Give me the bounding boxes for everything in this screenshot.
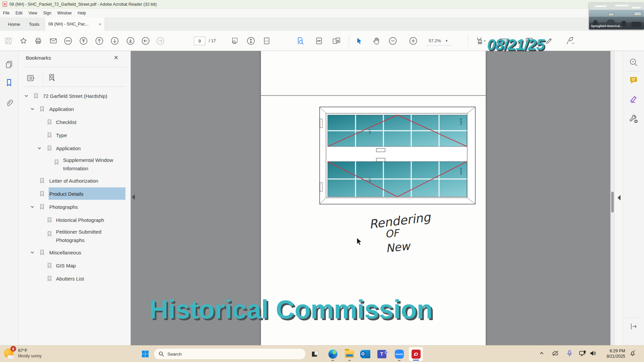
page-fit-options-icon[interactable]	[476, 37, 486, 45]
task-view-button[interactable]	[308, 347, 323, 361]
fit-width-icon[interactable]	[315, 37, 323, 45]
chevron-down-icon[interactable]	[30, 204, 35, 209]
microphone-icon[interactable]	[567, 350, 572, 358]
bookmark-item[interactable]: Supplemental Window Information	[18, 155, 130, 174]
bookmark-label: Miscellaneous	[49, 249, 81, 255]
notification-bell-icon[interactable]: zz	[629, 350, 636, 358]
weather-widget[interactable]: 6 67°F Mostly sunny	[4, 347, 42, 359]
taskbar-clock[interactable]: 6:29 PM 8/21/2025	[606, 348, 625, 360]
taskbar-search[interactable]: Search	[154, 348, 306, 360]
chevron-down-icon[interactable]	[37, 146, 42, 150]
reading-mode-icon[interactable]	[296, 37, 305, 45]
zoom-in-icon[interactable]	[409, 37, 418, 45]
tab-home[interactable]: Home	[5, 17, 23, 31]
bookmark-item[interactable]: Type	[18, 128, 130, 141]
chevron-down-icon[interactable]	[30, 250, 35, 254]
acrobat-button[interactable]	[409, 347, 423, 361]
more-page-options-icon[interactable]	[64, 37, 72, 45]
email-icon[interactable]	[49, 37, 57, 45]
collapse-left-panel-icon[interactable]	[132, 194, 135, 200]
bookmark-item[interactable]: Checklist	[18, 115, 130, 128]
page-thumbnails-icon[interactable]	[5, 60, 13, 70]
bookmark-item[interactable]: Letter of Authorization	[18, 174, 130, 187]
file-explorer-button[interactable]	[342, 347, 357, 361]
onedrive-paused-icon[interactable]	[552, 350, 559, 358]
bookmark-item[interactable]: Petitioner Submitted Photographs	[18, 226, 130, 246]
scrollbar-thumb[interactable]	[611, 192, 614, 213]
menu-sign[interactable]: Sign	[40, 9, 54, 17]
zoom-level-control[interactable]: 57.2% ▼	[426, 36, 452, 46]
pdf-file-icon	[3, 2, 7, 7]
bookmark-icon	[40, 106, 45, 112]
taskbar: 6 67°F Mostly sunny Search	[0, 345, 644, 362]
menu-help[interactable]: Help	[75, 9, 89, 17]
open-pane-icon[interactable]	[630, 322, 638, 332]
actual-size-icon[interactable]: 1:1	[263, 37, 271, 45]
save-icon[interactable]	[4, 37, 12, 45]
marquee-zoom-icon[interactable]	[231, 37, 239, 45]
attachments-icon[interactable]	[5, 99, 13, 109]
bookmark-icon	[47, 276, 52, 281]
volume-icon[interactable]	[590, 350, 596, 358]
next-view-icon[interactable]	[156, 37, 165, 45]
bookmark-item[interactable]: Historical Photograph	[18, 213, 130, 226]
edit-pencil-icon[interactable]	[545, 37, 553, 45]
menu-file[interactable]: File	[0, 9, 12, 17]
bookmarks-options-menu-icon[interactable]	[26, 74, 35, 84]
bookmark-item[interactable]: Application	[18, 141, 130, 155]
star-icon[interactable]	[19, 37, 28, 45]
start-button[interactable]	[139, 347, 152, 361]
page-number-input[interactable]: 9	[194, 37, 205, 45]
network-icon[interactable]	[579, 350, 586, 358]
bookmarks-panel-icon[interactable]	[5, 78, 13, 88]
bookmark-icon	[47, 262, 52, 268]
last-page-icon[interactable]	[126, 37, 135, 45]
outlook-button[interactable]: O	[358, 347, 373, 361]
zoom-button[interactable]: zoom	[392, 347, 407, 361]
tab-document[interactable]: 08 (NH) - SHC_Pac... ×	[45, 17, 105, 31]
bookmark-item[interactable]: Application	[18, 102, 130, 115]
tab-tools[interactable]: Tools	[25, 17, 43, 31]
comments-tool-icon[interactable]	[629, 76, 638, 86]
print-icon[interactable]	[34, 37, 42, 45]
menu-view[interactable]: View	[25, 9, 40, 17]
edge-button[interactable]	[325, 347, 340, 361]
bookmark-item[interactable]: 72 Garfield Street (Hardship)	[18, 89, 130, 102]
wall-window	[608, 13, 614, 16]
bookmark-item[interactable]: Miscellaneous	[18, 246, 130, 259]
tray-chevron-up-icon[interactable]	[539, 351, 544, 357]
fill-sign-tool-icon[interactable]	[629, 95, 638, 105]
chevron-down-icon[interactable]	[30, 107, 35, 111]
auto-scroll-icon[interactable]	[247, 37, 255, 45]
next-page-icon[interactable]	[110, 37, 119, 45]
vertical-scrollbar[interactable]	[610, 51, 614, 345]
previous-view-icon[interactable]	[141, 37, 150, 45]
first-page-icon[interactable]	[79, 37, 88, 45]
zoom-out-icon[interactable]	[388, 37, 397, 45]
select-tool-icon[interactable]	[356, 37, 363, 45]
previous-page-icon[interactable]	[95, 37, 104, 45]
bookmark-item-selected[interactable]: Product Details	[18, 187, 130, 200]
chevron-down-icon[interactable]	[24, 94, 29, 98]
find-tool-icon[interactable]	[629, 58, 638, 68]
two-page-view-icon[interactable]	[332, 37, 341, 45]
webcam-video-overlay[interactable]: Springfield Historical...	[589, 3, 644, 29]
file-explorer-icon	[345, 350, 354, 358]
weather-temperature: 67°F	[18, 348, 42, 353]
teams-person-dot	[385, 351, 388, 354]
main-toolbar: 9 / 17 1:1 57.2% ▼	[0, 31, 644, 51]
page-rule-line	[261, 95, 486, 96]
menu-edit[interactable]: Edit	[12, 9, 25, 17]
menu-window[interactable]: Window	[54, 9, 75, 17]
bookmark-item[interactable]: GIS Map	[18, 259, 130, 272]
tab-close-icon[interactable]: ×	[99, 22, 101, 27]
sign-quill-icon[interactable]: Au	[566, 37, 575, 45]
more-tools-icon[interactable]	[629, 114, 639, 125]
teams-button[interactable]: T	[374, 347, 389, 361]
bookmark-item[interactable]: Abutters List	[18, 272, 130, 285]
expand-right-panel-icon[interactable]	[618, 195, 621, 200]
bookmark-item[interactable]: Photographs	[18, 200, 130, 213]
hand-tool-icon[interactable]	[372, 37, 381, 45]
find-current-bookmark-icon[interactable]	[47, 73, 56, 83]
bookmarks-close-icon[interactable]: ✕	[114, 54, 118, 61]
